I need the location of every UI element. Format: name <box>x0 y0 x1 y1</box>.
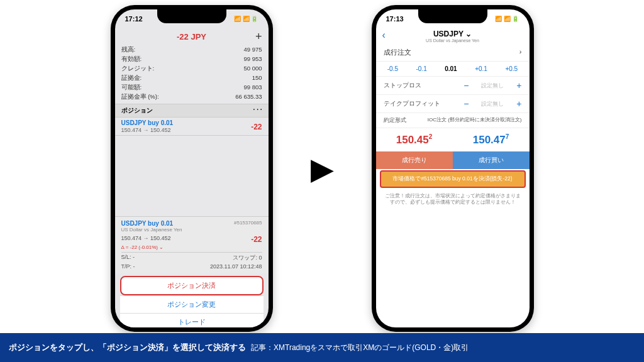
sell-button[interactable]: 成行売り <box>376 151 453 169</box>
status-icons: 📶 📶 🔋 <box>495 16 519 22</box>
settle-button[interactable]: 市場価格で#515370685 buy 0.01を決済(損失-22) <box>380 170 526 188</box>
position-value: -22 <box>251 123 262 131</box>
footer: ポジションをタップし、「ポジション決済」を選択して決済する 記事：XMTradi… <box>0 333 644 362</box>
notch <box>157 9 226 23</box>
symbol-sub: US Dollar vs Japanese Yen <box>382 38 523 43</box>
sl-plus[interactable]: + <box>516 80 521 90</box>
menu-trade[interactable]: トレード <box>120 313 264 327</box>
tp-value[interactable]: 設定無し <box>481 100 504 108</box>
position-prices: 150.474 → 150.452 <box>121 127 262 133</box>
position-detail: USDJPY buy 0.01 #515370685 US Dollar vs … <box>115 216 269 273</box>
fill-type: 約定形式 IOC注文 (部分約定時に未決済分取消注文) <box>376 113 530 128</box>
arrow-icon: ▶ <box>311 151 334 186</box>
screen-left: 17:12 📶 📶 🔋 -22 JPY + 残高:49 975 有効額:99 9… <box>115 9 269 327</box>
prices: 150.452 150.477 <box>376 128 530 151</box>
tp-plus[interactable]: + <box>516 99 521 109</box>
detail-prices: 150.474 → 150.452 <box>121 235 171 244</box>
table-row: 残高:49 975 <box>121 45 262 55</box>
stoploss-field: ストップロス − 設定無し + <box>376 77 530 95</box>
ask-price: 150.477 <box>453 128 530 151</box>
buy-button[interactable]: 成行買い <box>453 151 530 169</box>
step-minus-05[interactable]: -0.5 <box>387 65 398 72</box>
position-row[interactable]: USDJPY buy 0.01 150.474 → 150.452 -22 <box>115 118 269 136</box>
phone-right: 17:13 📶 📶 🔋 ‹ USDJPY ⌄ US Dollar vs Japa… <box>372 5 534 332</box>
phone-left: 17:12 📶 📶 🔋 -22 JPY + 残高:49 975 有効額:99 9… <box>111 5 273 332</box>
warning-text: ご注意！成行注文は、市場状況によって約定価格がさまりますので、必ずしも提示価格で… <box>376 189 530 210</box>
table-row: 有効額:99 953 <box>121 55 262 64</box>
sl-value[interactable]: 設定無し <box>481 82 504 90</box>
menu-modify-position[interactable]: ポジション変更 <box>120 295 264 313</box>
step-minus-01[interactable]: -0.1 <box>416 65 426 72</box>
table-row: 可能額:99 803 <box>121 83 262 92</box>
time: 17:13 <box>386 15 404 23</box>
step-plus-05[interactable]: +0.5 <box>505 65 518 72</box>
section-header: ポジション · · · <box>115 104 269 118</box>
step-plus-01[interactable]: +0.1 <box>475 65 487 72</box>
account-table: 残高:49 975 有効額:99 953 クレジット:50 000 証拠金:15… <box>115 45 269 102</box>
detail-delta: Δ = -22 (-0.01%) ⌄ <box>121 244 262 250</box>
action-menu: ポジション決済 ポジション変更 トレード チャート 一括操作... <box>120 276 264 327</box>
takeprofit-field: テイクプロフィット − 設定無し + <box>376 95 530 113</box>
header-pnl: -22 JPY <box>115 32 269 41</box>
header: ‹ USDJPY ⌄ US Dollar vs Japanese Yen <box>376 28 530 44</box>
table-row: 証拠金:150 <box>121 74 262 83</box>
volume-stepper: -0.5 -0.1 0.01 +0.1 +0.5 <box>376 62 530 77</box>
trade-buttons: 成行売り 成行買い <box>376 151 530 169</box>
sl-minus[interactable]: − <box>464 80 469 90</box>
tp-minus[interactable]: − <box>464 99 469 109</box>
table-row: 証拠金率 (%):66 635.33 <box>121 92 262 102</box>
add-button[interactable]: + <box>255 30 262 43</box>
screen-right: 17:13 📶 📶 🔋 ‹ USDJPY ⌄ US Dollar vs Japa… <box>376 9 530 327</box>
header: -22 JPY + <box>115 28 269 45</box>
symbol-title[interactable]: USDJPY ⌄ <box>382 30 523 38</box>
time: 17:12 <box>125 15 143 23</box>
table-row: クレジット:50 000 <box>121 64 262 74</box>
detail-id: #515370685 <box>234 220 262 226</box>
position-title: USDJPY buy 0.01 <box>121 119 262 126</box>
notch <box>418 9 487 23</box>
status-icons: 📶 📶 🔋 <box>234 16 258 22</box>
back-button[interactable]: ‹ <box>382 30 386 41</box>
footer-right: 記事：XMTradingをスマホで取引XMのゴールド(GOLD・金)取引 <box>251 343 469 353</box>
detail-sub: US Dollar vs Japanese Yen <box>121 227 262 233</box>
bid-price: 150.452 <box>376 128 453 151</box>
step-current[interactable]: 0.01 <box>445 65 457 72</box>
detail-value: -22 <box>251 235 262 244</box>
menu-close-position[interactable]: ポジション決済 <box>120 276 264 295</box>
footer-left: ポジションをタップし、「ポジション決済」を選択して決済する <box>9 342 246 353</box>
order-type-select[interactable]: 成行注文 › <box>376 44 530 62</box>
